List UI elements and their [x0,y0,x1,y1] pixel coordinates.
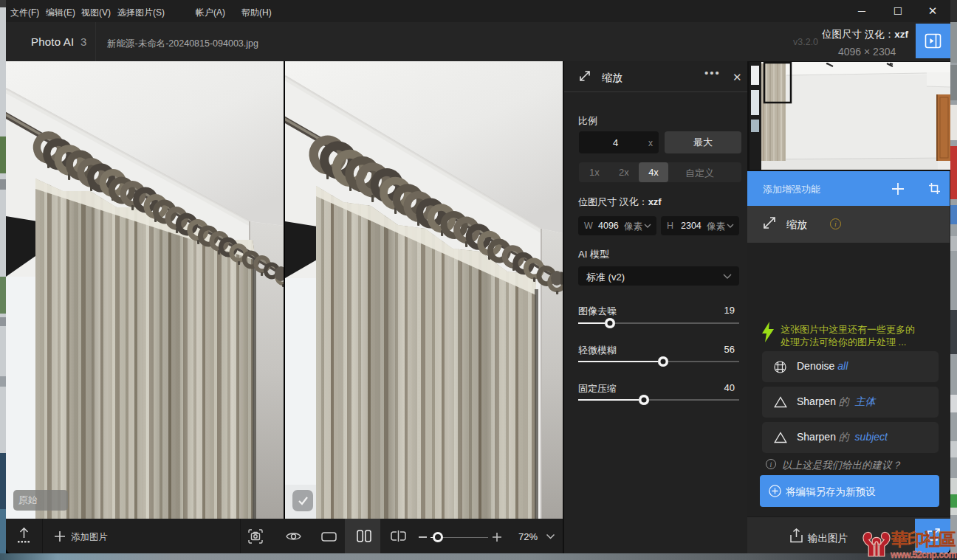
svg-text:www.52cnp.com: www.52cnp.com [890,550,956,560]
svg-text:華印社區: 華印社區 [891,530,956,549]
